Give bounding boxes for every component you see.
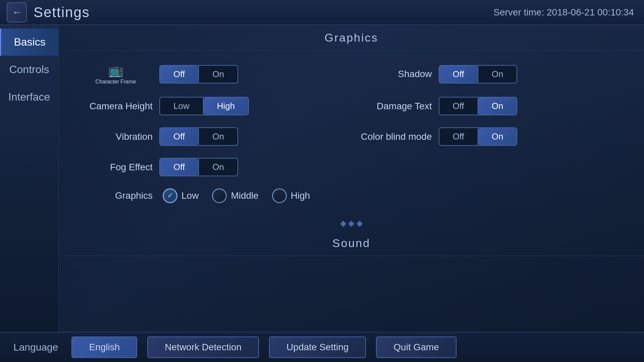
update-setting-button[interactable]: Update Setting <box>269 337 366 358</box>
vibration-row: Vibration Off On <box>72 121 352 152</box>
sidebar-item-basics[interactable]: Basics <box>0 28 58 56</box>
sidebar: Basics Controls Interface <box>0 25 59 332</box>
color-blind-toggle: Off On <box>439 127 518 146</box>
language-button[interactable]: English <box>71 337 137 358</box>
quality-low-label: Low <box>181 190 199 201</box>
camera-height-row: Camera Height Low High <box>72 91 352 121</box>
color-blind-row: Color blind mode Off On <box>352 121 631 152</box>
language-label: Language <box>13 342 58 353</box>
camera-height-label: Camera Height <box>79 101 153 112</box>
vibration-label: Vibration <box>79 131 153 142</box>
header: ← Settings Server time: 2018-06-21 00:10… <box>0 0 644 25</box>
shadow-on-btn[interactable]: On <box>478 66 517 83</box>
sound-section-header: Sound <box>59 231 644 256</box>
graphics-quality-radio-group: Low Middle High <box>163 188 310 203</box>
content-area: Graphics 📺 Character Frame Off On Shadow… <box>59 25 644 332</box>
sound-section: ◆ ◆ ◆ Sound <box>59 216 644 256</box>
fog-effect-toggle: Off On <box>159 158 238 176</box>
damage-on-btn[interactable]: On <box>478 98 517 115</box>
color-blind-on-btn[interactable]: On <box>478 128 517 145</box>
quality-low-radio[interactable] <box>163 188 177 203</box>
vibration-on-btn[interactable]: On <box>199 128 237 145</box>
character-frame-label-group: 📺 Character Frame <box>79 63 153 85</box>
fog-on-btn[interactable]: On <box>199 159 237 176</box>
graphics-section-header: Graphics <box>59 25 644 51</box>
back-icon: ← <box>12 7 21 18</box>
damage-text-row: Damage Text Off On <box>352 91 631 121</box>
character-frame-icon: 📺 <box>108 63 123 77</box>
sidebar-item-controls[interactable]: Controls <box>0 56 58 83</box>
damage-off-btn[interactable]: Off <box>439 98 478 115</box>
character-frame-label: Character Frame <box>96 79 136 85</box>
main-layout: Basics Controls Interface Graphics 📺 Cha… <box>0 25 644 332</box>
character-frame-off-btn[interactable]: Off <box>160 66 198 83</box>
color-blind-label: Color blind mode <box>358 131 432 142</box>
character-frame-row: 📺 Character Frame Off On <box>72 57 352 91</box>
quality-high-radio[interactable] <box>272 188 287 203</box>
damage-text-label: Damage Text <box>358 101 432 112</box>
quality-middle-label: Middle <box>231 190 258 201</box>
bottom-bar: Language English Network Detection Updat… <box>0 332 644 362</box>
camera-high-btn[interactable]: High <box>204 98 248 115</box>
server-time: Server time: 2018-06-21 00:10:34 <box>493 7 634 18</box>
character-frame-toggle: Off On <box>159 65 238 83</box>
quit-game-button[interactable]: Quit Game <box>376 337 456 358</box>
graphics-quality-row: Graphics Low Middle High <box>72 182 631 209</box>
vibration-off-btn[interactable]: Off <box>160 128 198 145</box>
shadow-off-btn[interactable]: Off <box>439 66 478 83</box>
graphics-settings-grid: 📺 Character Frame Off On Shadow Off On <box>59 51 644 216</box>
shadow-row: Shadow Off On <box>352 57 631 91</box>
fog-empty-cell <box>352 152 631 182</box>
quality-high-option[interactable]: High <box>272 188 310 203</box>
shadow-label: Shadow <box>358 69 432 79</box>
network-detection-button[interactable]: Network Detection <box>147 337 259 358</box>
quality-middle-option[interactable]: Middle <box>212 188 258 203</box>
camera-low-btn[interactable]: Low <box>160 98 203 115</box>
header-left: ← Settings <box>7 2 90 22</box>
fog-off-btn[interactable]: Off <box>160 159 198 176</box>
graphics-quality-label: Graphics <box>79 190 153 201</box>
fog-effect-label: Fog Effect <box>79 162 153 173</box>
quality-low-option[interactable]: Low <box>163 188 199 203</box>
damage-text-toggle: Off On <box>439 97 518 115</box>
quality-middle-radio[interactable] <box>212 188 227 203</box>
page-title: Settings <box>34 4 90 20</box>
camera-height-toggle: Low High <box>159 97 249 115</box>
fog-effect-row: Fog Effect Off On <box>72 152 352 182</box>
shadow-toggle: Off On <box>439 65 518 83</box>
back-button[interactable]: ← <box>7 2 27 22</box>
sidebar-item-interface[interactable]: Interface <box>0 83 58 111</box>
quality-high-label: High <box>291 190 310 201</box>
vibration-toggle: Off On <box>159 127 238 146</box>
diamond-divider: ◆ ◆ ◆ <box>59 216 644 231</box>
color-blind-off-btn[interactable]: Off <box>439 128 478 145</box>
character-frame-on-btn[interactable]: On <box>199 66 237 83</box>
